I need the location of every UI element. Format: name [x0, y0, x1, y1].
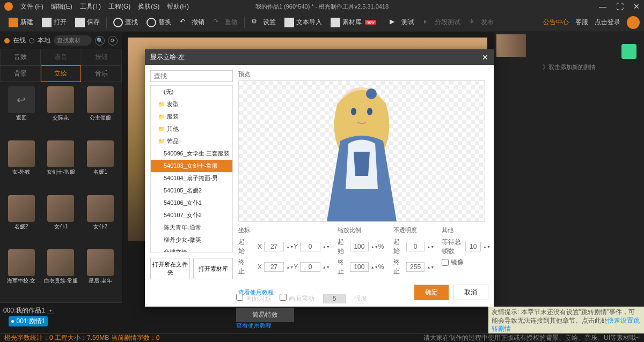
tool-redo[interactable]: ↷重做: [209, 13, 242, 32]
menubar: 文件 (F) 编辑(E) 工具(T) 工程(G) 换肤(S) 帮助(H) 我的作…: [0, 0, 644, 13]
coord-x2-input[interactable]: 27: [264, 262, 284, 272]
dialog-close-icon[interactable]: ✕: [482, 53, 488, 62]
menu-tools[interactable]: 工具(T): [80, 2, 101, 11]
tree-item[interactable]: 陈天青年-通常: [151, 221, 232, 234]
tab-bg[interactable]: 背景: [0, 65, 41, 82]
tool-settings[interactable]: ⚙设置: [247, 13, 280, 32]
asset-item[interactable]: 名媛2: [2, 193, 41, 246]
scene-thumb[interactable]: [496, 34, 526, 57]
flash-checkbox[interactable]: 画面闪烁: [236, 294, 271, 303]
asset-item[interactable]: 名媛1: [81, 138, 120, 191]
tree-folder[interactable]: 其他: [151, 123, 232, 135]
radio-local[interactable]: [29, 38, 34, 43]
add-scene-hint[interactable]: 》双击添加新的剧情: [494, 59, 644, 76]
link-login[interactable]: 点击登录: [595, 18, 620, 27]
asset-item[interactable]: 公主便服: [81, 84, 120, 137]
ok-button[interactable]: 确定: [414, 285, 449, 300]
maximize-icon[interactable]: ⛶: [616, 2, 624, 11]
scale-start-input[interactable]: 100: [350, 242, 369, 251]
menu-help[interactable]: 帮助(H): [167, 2, 189, 11]
link-announce[interactable]: 公告中心: [543, 18, 569, 27]
fx-tutorial-link[interactable]: 查看使用教程: [236, 322, 272, 330]
open-assets-button[interactable]: 打开素材库: [193, 258, 233, 279]
asset-item[interactable]: 星后-老年: [81, 247, 120, 300]
tool-test-segment[interactable]: ⏯分段测试: [419, 13, 465, 32]
tree-item[interactable]: 540106_女仆1: [151, 197, 232, 209]
tool-new[interactable]: 新建: [4, 13, 38, 32]
tab-sprite[interactable]: 立绘: [41, 65, 82, 82]
tree-item-selected[interactable]: 540103_女剑士-常服: [151, 160, 232, 172]
dialog-search-input[interactable]: [150, 70, 233, 82]
asset-item[interactable]: 女仆2: [81, 193, 120, 246]
tree-scene[interactable]: ● 001:剧情1: [9, 316, 48, 326]
tool-import-text[interactable]: 文本导入: [280, 13, 326, 32]
tree-folder[interactable]: 饰品: [151, 135, 232, 147]
tool-undo[interactable]: ↶撤销: [175, 13, 209, 32]
tool-replace[interactable]: 替换: [142, 13, 175, 32]
tree-item[interactable]: 540104_扇子掩面-男: [151, 172, 232, 184]
toolbar: 新建 打开 保存 查找 替换 ↶撤销 ↷重做 ⚙设置 文本导入 素材库new ▶…: [0, 13, 644, 32]
wait-frames-input[interactable]: 10: [465, 242, 481, 251]
mirror-checkbox[interactable]: [442, 259, 449, 266]
menu-skin[interactable]: 换肤(S): [138, 2, 159, 11]
opacity-start-input[interactable]: 0: [406, 242, 425, 251]
menu-edit[interactable]: 编辑(E): [51, 2, 72, 11]
simple-fx-button[interactable]: 简易特效: [236, 308, 294, 322]
tool-open[interactable]: 打开: [38, 13, 71, 32]
tree-folder[interactable]: 发型: [151, 98, 232, 110]
status-left: 橙光字数统计：0 工程大小：7.59MB 当前剧情字数：0: [4, 333, 159, 342]
tool-find[interactable]: 查找: [109, 13, 142, 32]
tool-publish[interactable]: ✈发布: [465, 13, 498, 32]
tree-item[interactable]: 540096_女学生-三套服装: [151, 147, 232, 160]
strength-input[interactable]: 5: [323, 294, 346, 303]
asset-item[interactable]: 女剑士-常服: [42, 138, 80, 191]
sprite-dialog: 显示立绘-左 ✕ (无) 发型 服装 其他 饰品 540096_女学生-三套服装…: [145, 49, 494, 307]
coord-x1-input[interactable]: 27: [264, 242, 284, 251]
svg-point-2: [351, 108, 356, 115]
other-head: 其他: [442, 226, 488, 234]
refresh-icon[interactable]: ⟳: [108, 36, 118, 46]
avatar-icon[interactable]: [627, 16, 640, 29]
radio-online[interactable]: [4, 38, 10, 43]
asset-item[interactable]: 白衣贵族-常服: [42, 247, 80, 300]
close-icon[interactable]: ✕: [633, 2, 640, 11]
share-icon[interactable]: [621, 44, 636, 59]
tree-root[interactable]: 000:我的作品1 +: [3, 305, 119, 316]
asset-search-input[interactable]: 查找素材: [54, 35, 92, 46]
link-service[interactable]: 客服: [575, 18, 588, 27]
coord-y1-input[interactable]: 0: [300, 242, 320, 251]
tree-item[interactable]: 商城立绘: [151, 246, 232, 252]
tree-item[interactable]: 柳丹少女-微笑: [151, 234, 232, 246]
minimize-icon[interactable]: —: [599, 2, 606, 11]
asset-item[interactable]: 女-外教: [2, 138, 41, 191]
shake-checkbox[interactable]: 画面震动: [280, 294, 314, 303]
tree-item[interactable]: 540105_名媛2: [151, 184, 232, 197]
menu-project[interactable]: 工程(G): [108, 2, 130, 11]
scale-end-input[interactable]: 100: [350, 262, 369, 272]
open-folder-button[interactable]: 打开所在文件夹: [150, 258, 190, 279]
tab-voice[interactable]: 语音: [41, 49, 82, 65]
tool-save[interactable]: 保存: [71, 13, 104, 32]
tab-button[interactable]: 按钮: [81, 49, 122, 65]
scale-head: 缩放比例: [338, 226, 384, 234]
tool-assets[interactable]: 素材库new: [326, 13, 380, 32]
statusbar: 橙光字数统计：0 工程大小：7.59MB 当前剧情字数：0 请大家在制作的过程中…: [0, 333, 644, 342]
opacity-end-input[interactable]: 255: [406, 262, 425, 272]
asset-item[interactable]: 海军中校-女: [2, 247, 41, 300]
app-logo-icon: [4, 2, 13, 11]
tree-item[interactable]: 540107_女仆2: [151, 209, 232, 221]
asset-item[interactable]: 女仆1: [42, 193, 80, 246]
tab-music[interactable]: 音乐: [81, 65, 122, 82]
tool-test[interactable]: ▶测试: [385, 13, 419, 32]
cancel-button[interactable]: 取消: [453, 285, 488, 300]
coord-y2-input[interactable]: 0: [300, 262, 320, 272]
tab-sfx[interactable]: 音效: [0, 49, 41, 65]
asset-item[interactable]: 交际花: [42, 84, 80, 137]
effect-options: 画面闪烁 画面震动 5 强度: [236, 294, 367, 303]
asset-back[interactable]: ↩返回: [2, 84, 41, 137]
search-icon[interactable]: 🔍: [95, 36, 105, 46]
tree-folder[interactable]: 服装: [151, 110, 232, 123]
asset-panel: 在线 本地 查找素材 🔍 ⟳ 音效 语音 按钮 背景 立绘 音乐 ↩返回 交际花…: [0, 32, 122, 332]
tree-item[interactable]: (无): [151, 86, 232, 98]
menu-file[interactable]: 文件 (F): [20, 2, 43, 11]
